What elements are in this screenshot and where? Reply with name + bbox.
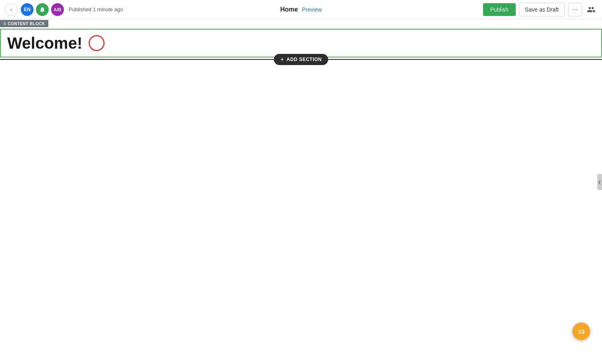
plus-icon: + [280,56,284,63]
add-section-button[interactable]: + ADD SECTION [274,54,328,65]
publish-status: Published 1 minute ago [69,6,123,12]
section-line-left [0,59,274,60]
section-line-right [328,59,602,60]
content-block-inner: Welcome! [1,30,601,57]
content-block-section: ≡ CONTENT BLOCK Welcome! [0,29,602,57]
avatar-bell[interactable] [36,3,49,16]
content-block-icon: ≡ [3,21,6,26]
publish-button[interactable]: Publish [483,3,516,16]
add-section-label: ADD SECTION [287,57,322,62]
content-block-label: ≡ CONTENT BLOCK [0,20,48,27]
content-area: + ADD SECTION ≡ CONTENT BLOCK Welcome! [0,29,602,364]
top-bar: ‹ EN A/B Published 1 minute ago Home Pre… [0,0,602,19]
content-block-label-text: CONTENT BLOCK [8,22,45,26]
avatar-ab[interactable]: A/B [51,3,64,16]
avatar-en[interactable]: EN [21,3,34,16]
top-bar-right: Publish Save as Draft ··· [483,3,597,16]
save-draft-button[interactable]: Save as Draft [519,3,565,16]
side-panel-handle[interactable]: ❮ [597,174,602,190]
team-icon-button[interactable] [585,4,597,16]
page-title: Home [280,6,298,13]
page-title-area: Home Preview [280,6,322,13]
red-circle-indicator [89,35,105,51]
welcome-heading: Welcome! [7,34,82,52]
notification-badge[interactable]: 13 [572,322,590,340]
add-section-bar: + ADD SECTION [0,54,602,65]
back-button[interactable]: ‹ [5,3,18,16]
preview-link[interactable]: Preview [302,6,322,13]
avatar-group: EN A/B [21,3,64,16]
side-handle-arrow-icon: ❮ [598,180,601,184]
more-options-button[interactable]: ··· [568,3,582,16]
back-icon: ‹ [10,6,12,13]
content-block-wrapper[interactable]: Welcome! [0,29,602,57]
